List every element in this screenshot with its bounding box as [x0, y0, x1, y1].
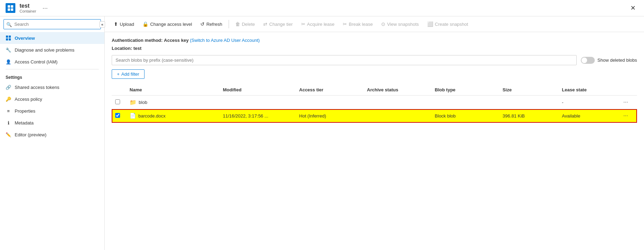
sidebar-item-access-policy[interactable]: 🔑 Access policy: [0, 93, 104, 105]
location-value: test: [133, 46, 141, 51]
show-deleted-toggle-row: Show deleted blobs: [581, 57, 637, 64]
sidebar-item-metadata[interactable]: ℹ Metadata: [0, 117, 104, 129]
sidebar-item-properties-label: Properties: [15, 108, 35, 114]
break-lease-button[interactable]: ✂ Break lease: [339, 19, 376, 29]
col-header-archive: Archive status: [363, 84, 431, 96]
file-icon: 📄: [129, 113, 136, 119]
sidebar-item-editor-label: Editor (preview): [15, 132, 46, 137]
table-row[interactable]: 📄 barcode.docx 11/16/2022, 3:17:56 ... H…: [112, 109, 637, 123]
refresh-icon: ↺: [200, 21, 205, 27]
sidebar-divider: [6, 69, 99, 69]
resource-title: test: [20, 3, 36, 9]
collapse-sidebar-button[interactable]: «: [99, 21, 105, 28]
app-logo: [6, 3, 15, 13]
sidebar-item-diagnose-label: Diagnose and solve problems: [15, 47, 74, 53]
svg-rect-3: [11, 8, 13, 11]
add-filter-button[interactable]: + Add filter: [112, 69, 145, 79]
row-tier-cell: [296, 96, 363, 109]
location-info: Location: test: [112, 46, 637, 51]
delete-icon: 🗑: [235, 21, 240, 27]
acquire-lease-icon: ✂: [301, 21, 305, 27]
sidebar-item-iam[interactable]: 👤 Access Control (IAM): [0, 56, 104, 68]
upload-icon: ⬆: [114, 21, 118, 27]
row-actions-cell: ···: [618, 96, 637, 109]
svg-rect-4: [6, 36, 8, 38]
auth-value: Access key: [164, 38, 189, 43]
bars-icon: ≡: [6, 108, 11, 114]
svg-rect-6: [6, 38, 8, 40]
svg-rect-0: [8, 5, 10, 8]
create-snapshot-button[interactable]: ⬜ Create snapshot: [424, 19, 472, 29]
row-name-cell: 📄 barcode.docx: [126, 109, 219, 123]
refresh-button[interactable]: ↺ Refresh: [197, 19, 226, 29]
link-icon: 🔗: [6, 84, 11, 90]
col-header-size: Size: [499, 84, 558, 96]
delete-button[interactable]: 🗑 Delete: [232, 19, 259, 29]
row-lease-cell: -: [558, 96, 618, 109]
blob-table: Name Modified Access tier Archive status…: [112, 84, 637, 123]
sidebar-item-overview[interactable]: Overview: [0, 32, 104, 44]
location-label: Location:: [112, 46, 132, 51]
info-icon: ℹ: [6, 120, 11, 126]
search-icon: 🔍: [6, 22, 12, 27]
wrench-icon: 🔧: [6, 47, 11, 53]
break-lease-icon: ✂: [343, 21, 347, 27]
folder-icon: 📁: [129, 99, 136, 106]
sidebar-item-overview-label: Overview: [15, 36, 35, 41]
change-tier-button[interactable]: ⇄ Change tier: [260, 19, 296, 29]
table-body: 📁 blob - ···: [112, 96, 637, 123]
key-icon: 🔑: [6, 96, 11, 102]
sidebar-item-properties[interactable]: ≡ Properties: [0, 105, 104, 117]
table-row[interactable]: 📁 blob - ···: [112, 96, 637, 109]
show-deleted-label: Show deleted blobs: [598, 58, 637, 63]
blob-search-input[interactable]: [112, 55, 577, 65]
col-header-blobtype: Blob type: [431, 84, 499, 96]
auth-switch-link[interactable]: (Switch to Azure AD User Account): [190, 38, 260, 43]
overview-icon: [6, 35, 11, 41]
add-filter-icon: +: [117, 71, 120, 77]
row-more-button[interactable]: ···: [621, 98, 630, 106]
show-deleted-toggle[interactable]: [581, 57, 595, 64]
pencil-icon: ✏️: [6, 132, 11, 137]
upload-button[interactable]: ⬆ Upload: [110, 19, 138, 29]
lock-icon: 🔒: [142, 21, 148, 27]
header-title-group: test Container: [20, 3, 36, 13]
row-modified-cell: [219, 96, 296, 109]
svg-rect-5: [9, 36, 11, 38]
sidebar-search-input[interactable]: [3, 19, 101, 29]
header-more-button[interactable]: ···: [43, 5, 48, 12]
row-size-cell: 396.81 KiB: [499, 109, 558, 123]
row-size-cell: [499, 96, 558, 109]
add-filter-label: Add filter: [121, 71, 139, 77]
view-snapshots-icon: ⊙: [381, 21, 385, 27]
col-header-actions: [618, 84, 637, 96]
row-select-checkbox[interactable]: [115, 113, 120, 118]
col-header-modified: Modified: [219, 84, 296, 96]
row-more-button[interactable]: ···: [621, 112, 630, 120]
change-access-button[interactable]: 🔒 Change access level: [139, 19, 195, 29]
row-archive-cell: [363, 109, 431, 123]
sidebar-item-diagnose[interactable]: 🔧 Diagnose and solve problems: [0, 44, 104, 56]
view-snapshots-button[interactable]: ⊙ View snapshots: [378, 19, 422, 29]
close-button[interactable]: ✕: [628, 3, 638, 13]
create-snapshot-icon: ⬜: [427, 21, 433, 27]
row-actions-cell: ···: [618, 109, 637, 123]
auth-label: Authentication method:: [112, 38, 163, 43]
sidebar-item-editor[interactable]: ✏️ Editor (preview): [0, 129, 104, 141]
resource-subtitle: Container: [20, 9, 36, 13]
settings-section-label: Settings: [0, 71, 104, 81]
sidebar-item-shared-access-label: Shared access tokens: [15, 85, 59, 90]
row-checkbox-cell: [112, 96, 126, 109]
auth-info: Authentication method: Access key (Switc…: [112, 38, 637, 43]
col-header-name: Name: [126, 84, 219, 96]
sidebar-item-access-policy-label: Access policy: [15, 97, 42, 102]
acquire-lease-button[interactable]: ✂ Acquire lease: [298, 19, 338, 29]
sidebar-item-iam-label: Access Control (IAM): [15, 59, 58, 65]
col-header-tier: Access tier: [296, 84, 363, 96]
row-name: blob: [139, 100, 147, 105]
row-select-checkbox[interactable]: [115, 99, 120, 104]
table-header: Name Modified Access tier Archive status…: [112, 84, 637, 96]
sidebar-item-shared-access[interactable]: 🔗 Shared access tokens: [0, 81, 104, 93]
sidebar-search-box: 🔍 «: [3, 19, 101, 29]
app-header: test Container ··· ✕: [0, 0, 644, 16]
